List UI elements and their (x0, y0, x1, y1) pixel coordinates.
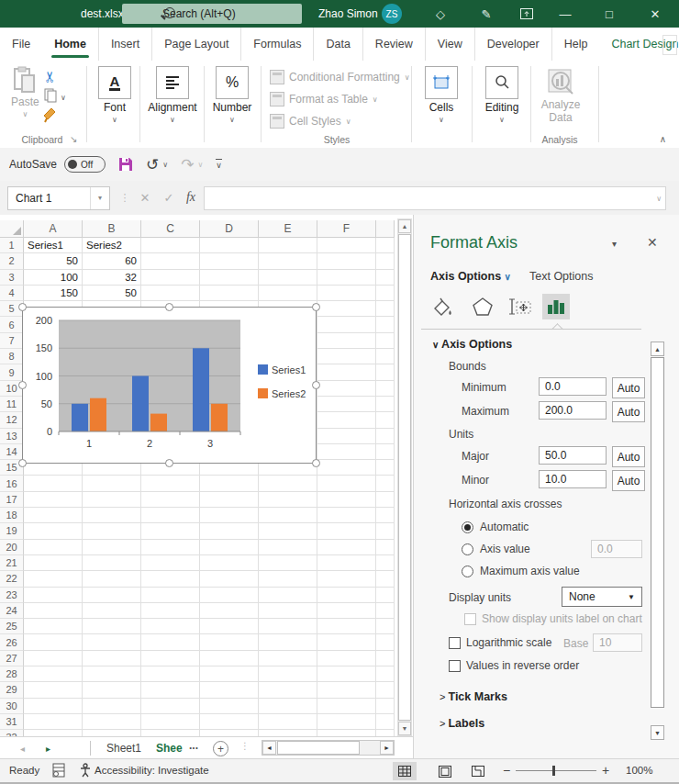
cell-C2[interactable] (141, 253, 200, 269)
cell-partial[interactable] (376, 286, 395, 301)
cell-F22[interactable] (317, 571, 376, 587)
cell-partial[interactable] (376, 270, 395, 286)
search-input[interactable]: Search (Alt+Q) (122, 4, 302, 24)
pane-scroll-down-arrow[interactable]: ▼ (651, 725, 664, 740)
cell-E29[interactable] (259, 682, 317, 698)
cell-D18[interactable] (200, 508, 259, 523)
tab-text-options[interactable]: Text Options (529, 270, 593, 283)
alignment-group-button[interactable]: Alignment ∨ (145, 66, 200, 124)
cell-partial[interactable] (376, 714, 395, 730)
row-header-29[interactable]: 29 (0, 682, 24, 698)
chart-resize-handle[interactable] (312, 459, 320, 467)
cell-A2[interactable]: 50 (24, 253, 83, 269)
axis-options-chart-icon[interactable] (542, 294, 570, 319)
redo-icon[interactable]: ↷ (181, 155, 194, 174)
cell-F5[interactable] (317, 301, 376, 317)
row-header-1[interactable]: 1 (0, 238, 24, 253)
cell-C29[interactable] (141, 682, 200, 698)
zoom-in-button[interactable]: + (602, 763, 609, 778)
cancel-icon[interactable]: ✕ (134, 186, 156, 208)
styles-item-format-as-table[interactable]: Format as Table∨ (270, 88, 410, 110)
row-header-21[interactable]: 21 (0, 555, 24, 571)
cell-D20[interactable] (200, 540, 259, 555)
pane-options-chevron[interactable]: ▾ (612, 239, 617, 249)
zoom-out-button[interactable]: − (503, 763, 510, 778)
macro-record-icon[interactable] (51, 763, 66, 778)
log-scale-checkbox[interactable] (449, 637, 461, 649)
row-header-4[interactable]: 4 (0, 286, 24, 301)
embedded-chart[interactable]: 123050100150200Series1Series2 (22, 307, 317, 464)
cell-B23[interactable] (83, 588, 141, 603)
chart-resize-handle[interactable] (18, 303, 27, 311)
cell-F8[interactable] (317, 349, 376, 364)
scroll-right-arrow[interactable]: ► (380, 741, 394, 755)
cell-B24[interactable] (83, 603, 141, 619)
row-header-30[interactable]: 30 (0, 699, 24, 714)
row-header-14[interactable]: 14 (0, 444, 24, 460)
cell-D30[interactable] (200, 699, 259, 714)
normal-view-icon[interactable] (393, 762, 417, 780)
cell-E21[interactable] (259, 555, 317, 571)
major-auto-button[interactable]: Auto (612, 446, 645, 467)
row-header-6[interactable]: 6 (0, 317, 24, 332)
maximum-input[interactable] (539, 401, 607, 420)
paste-button[interactable]: Paste ∨ (11, 66, 39, 118)
cell-E24[interactable] (259, 603, 317, 619)
ribbon-tab-page-layout[interactable]: Page Layout (151, 28, 240, 61)
cell-A23[interactable] (24, 588, 83, 603)
page-layout-view-icon[interactable] (433, 762, 457, 780)
undo-icon[interactable]: ↺ (146, 155, 159, 174)
user-name[interactable]: Zhao Simon (318, 0, 378, 28)
row-header-25[interactable]: 25 (0, 619, 24, 634)
cell-D27[interactable] (200, 651, 259, 666)
scroll-up-arrow[interactable]: ▲ (398, 219, 411, 233)
ribbon-tab-insert[interactable]: Insert (98, 28, 151, 61)
cell-F17[interactable] (317, 492, 376, 508)
column-header-F[interactable]: F (317, 220, 376, 238)
cell-E1[interactable] (259, 238, 317, 253)
cell-E26[interactable] (259, 634, 317, 650)
copy-dropdown-chevron[interactable]: ∨ (61, 94, 66, 102)
cell-partial[interactable] (376, 444, 395, 460)
cell-partial[interactable] (376, 603, 395, 619)
cell-E20[interactable] (259, 540, 317, 555)
column-header-E[interactable]: E (259, 220, 317, 238)
cell-D28[interactable] (200, 666, 259, 682)
cell-partial[interactable] (376, 682, 395, 698)
chart-resize-handle[interactable] (165, 459, 173, 467)
cell-F9[interactable] (317, 364, 376, 380)
chart-resize-handle[interactable] (165, 303, 173, 311)
cell-B21[interactable] (83, 555, 141, 571)
autosave-toggle[interactable]: Off (64, 156, 106, 173)
pane-scroll-up-arrow[interactable]: ▲ (651, 342, 664, 356)
cell-E25[interactable] (259, 619, 317, 634)
cell-B22[interactable] (83, 571, 141, 587)
cell-C20[interactable] (141, 540, 200, 555)
minor-auto-button[interactable]: Auto (612, 470, 645, 491)
cell-C4[interactable] (141, 286, 200, 301)
cell-A16[interactable] (24, 476, 83, 491)
cell-E27[interactable] (259, 651, 317, 666)
select-all-corner[interactable] (0, 220, 24, 238)
cell-partial[interactable] (376, 588, 395, 603)
cell-partial[interactable] (376, 508, 395, 523)
cell-partial[interactable] (376, 253, 395, 269)
cell-A27[interactable] (24, 651, 83, 666)
cell-F12[interactable] (317, 412, 376, 428)
row-header-28[interactable]: 28 (0, 666, 24, 682)
accessibility-status[interactable]: Accessibility: Investigate (95, 765, 209, 776)
formula-input[interactable]: ∨ (204, 186, 666, 210)
row-header-20[interactable]: 20 (0, 540, 24, 555)
cell-B18[interactable] (83, 508, 141, 523)
cell-F15[interactable] (317, 460, 376, 476)
axis-value-radio[interactable] (462, 543, 473, 555)
size-properties-icon[interactable] (507, 294, 535, 319)
column-header-C[interactable]: C (141, 220, 200, 238)
cell-A1[interactable]: Series1 (24, 238, 83, 253)
cell-C27[interactable] (141, 651, 200, 666)
cell-F2[interactable] (317, 253, 376, 269)
cell-B32[interactable] (83, 730, 141, 736)
cell-B4[interactable]: 50 (83, 286, 141, 301)
styles-item-conditional-formatting[interactable]: Conditional Formatting∨ (270, 66, 410, 88)
cell-C19[interactable] (141, 523, 200, 539)
